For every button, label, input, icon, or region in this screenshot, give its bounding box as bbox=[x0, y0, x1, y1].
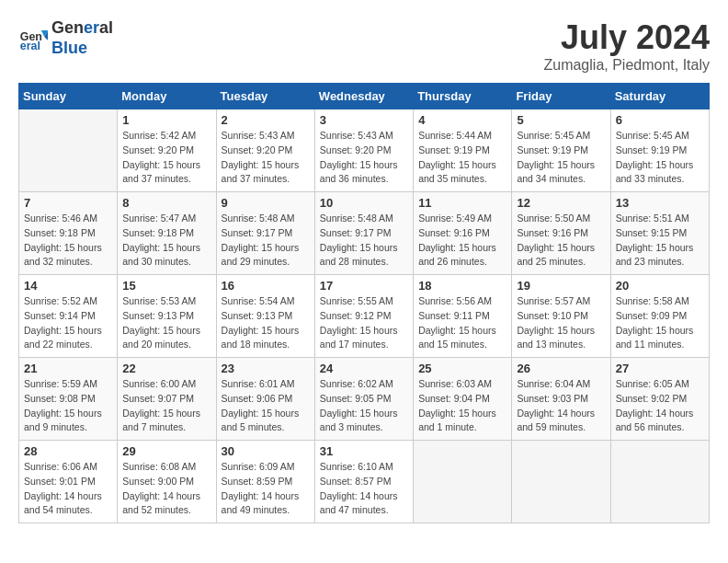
day-number: 7 bbox=[24, 196, 112, 210]
day-info: Sunrise: 5:47 AM Sunset: 9:18 PM Dayligh… bbox=[122, 212, 210, 270]
day-number: 12 bbox=[517, 196, 605, 210]
day-info: Sunrise: 6:06 AM Sunset: 9:01 PM Dayligh… bbox=[24, 460, 112, 518]
day-info: Sunrise: 5:54 AM Sunset: 9:13 PM Dayligh… bbox=[222, 294, 310, 352]
weekday-header: Saturday bbox=[610, 84, 709, 109]
day-number: 21 bbox=[24, 362, 112, 375]
calendar-cell: 23Sunrise: 6:01 AM Sunset: 9:06 PM Dayli… bbox=[216, 358, 314, 441]
day-number: 17 bbox=[320, 279, 408, 293]
day-number: 13 bbox=[616, 196, 704, 210]
day-number: 8 bbox=[122, 196, 210, 210]
day-info: Sunrise: 6:04 AM Sunset: 9:03 PM Dayligh… bbox=[517, 377, 605, 435]
day-number: 2 bbox=[222, 113, 310, 127]
weekday-header: Tuesday bbox=[216, 84, 314, 109]
day-number: 27 bbox=[616, 362, 704, 375]
day-number: 4 bbox=[418, 113, 506, 127]
weekday-header: Wednesday bbox=[314, 84, 413, 109]
day-number: 3 bbox=[320, 113, 408, 127]
calendar-cell: 14Sunrise: 5:52 AM Sunset: 9:14 PM Dayli… bbox=[19, 275, 118, 358]
day-info: Sunrise: 5:48 AM Sunset: 9:17 PM Dayligh… bbox=[222, 212, 310, 270]
day-info: Sunrise: 6:02 AM Sunset: 9:05 PM Dayligh… bbox=[320, 377, 408, 435]
location-subtitle: Zumaglia, Piedmont, Italy bbox=[543, 57, 710, 74]
calendar-cell: 30Sunrise: 6:09 AM Sunset: 8:59 PM Dayli… bbox=[216, 441, 314, 523]
day-info: Sunrise: 5:56 AM Sunset: 9:11 PM Dayligh… bbox=[418, 294, 506, 352]
day-number: 16 bbox=[222, 279, 310, 293]
calendar-table: SundayMondayTuesdayWednesdayThursdayFrid… bbox=[18, 83, 710, 523]
day-number: 1 bbox=[122, 113, 210, 127]
calendar-cell: 20Sunrise: 5:58 AM Sunset: 9:09 PM Dayli… bbox=[610, 275, 709, 358]
svg-text:eral: eral bbox=[20, 40, 40, 52]
calendar-cell bbox=[19, 109, 118, 192]
calendar-cell: 31Sunrise: 6:10 AM Sunset: 8:57 PM Dayli… bbox=[314, 441, 413, 523]
calendar-cell: 19Sunrise: 5:57 AM Sunset: 9:10 PM Dayli… bbox=[512, 275, 610, 358]
calendar-cell: 26Sunrise: 6:04 AM Sunset: 9:03 PM Dayli… bbox=[512, 358, 610, 441]
day-number: 31 bbox=[320, 444, 408, 458]
calendar-cell: 6Sunrise: 5:45 AM Sunset: 9:19 PM Daylig… bbox=[610, 109, 709, 192]
calendar-cell: 5Sunrise: 5:45 AM Sunset: 9:19 PM Daylig… bbox=[512, 109, 610, 192]
day-info: Sunrise: 5:43 AM Sunset: 9:20 PM Dayligh… bbox=[222, 129, 310, 187]
calendar-cell: 18Sunrise: 5:56 AM Sunset: 9:11 PM Dayli… bbox=[414, 275, 512, 358]
weekday-header: Thursday bbox=[414, 84, 512, 109]
day-info: Sunrise: 5:45 AM Sunset: 9:19 PM Dayligh… bbox=[616, 129, 704, 187]
day-info: Sunrise: 5:45 AM Sunset: 9:19 PM Dayligh… bbox=[517, 129, 605, 187]
day-info: Sunrise: 5:43 AM Sunset: 9:20 PM Dayligh… bbox=[320, 129, 408, 187]
calendar-week-row: 1Sunrise: 5:42 AM Sunset: 9:20 PM Daylig… bbox=[19, 109, 710, 192]
day-number: 28 bbox=[24, 444, 112, 458]
calendar-cell: 3Sunrise: 5:43 AM Sunset: 9:20 PM Daylig… bbox=[314, 109, 413, 192]
day-info: Sunrise: 5:42 AM Sunset: 9:20 PM Dayligh… bbox=[122, 129, 210, 187]
calendar-cell: 13Sunrise: 5:51 AM Sunset: 9:15 PM Dayli… bbox=[610, 192, 709, 275]
day-info: Sunrise: 5:51 AM Sunset: 9:15 PM Dayligh… bbox=[616, 212, 704, 270]
day-info: Sunrise: 5:59 AM Sunset: 9:08 PM Dayligh… bbox=[24, 377, 112, 435]
day-info: Sunrise: 5:58 AM Sunset: 9:09 PM Dayligh… bbox=[616, 294, 704, 352]
logo: Gen eral General Blue bbox=[18, 18, 113, 58]
calendar-cell: 10Sunrise: 5:48 AM Sunset: 9:17 PM Dayli… bbox=[314, 192, 413, 275]
calendar-cell: 7Sunrise: 5:46 AM Sunset: 9:18 PM Daylig… bbox=[19, 192, 118, 275]
day-info: Sunrise: 5:57 AM Sunset: 9:10 PM Dayligh… bbox=[517, 294, 605, 352]
day-info: Sunrise: 6:01 AM Sunset: 9:06 PM Dayligh… bbox=[222, 377, 310, 435]
day-number: 10 bbox=[320, 196, 408, 210]
day-info: Sunrise: 5:55 AM Sunset: 9:12 PM Dayligh… bbox=[320, 294, 408, 352]
day-number: 11 bbox=[418, 196, 506, 210]
weekday-header: Sunday bbox=[19, 84, 118, 109]
day-info: Sunrise: 5:52 AM Sunset: 9:14 PM Dayligh… bbox=[24, 294, 112, 352]
calendar-cell: 17Sunrise: 5:55 AM Sunset: 9:12 PM Dayli… bbox=[314, 275, 413, 358]
day-info: Sunrise: 5:49 AM Sunset: 9:16 PM Dayligh… bbox=[418, 212, 506, 270]
calendar-week-row: 14Sunrise: 5:52 AM Sunset: 9:14 PM Dayli… bbox=[19, 275, 710, 358]
day-number: 23 bbox=[222, 362, 310, 375]
calendar-week-row: 7Sunrise: 5:46 AM Sunset: 9:18 PM Daylig… bbox=[19, 192, 710, 275]
day-number: 19 bbox=[517, 279, 605, 293]
month-year-title: July 2024 bbox=[543, 18, 710, 57]
calendar-cell: 9Sunrise: 5:48 AM Sunset: 9:17 PM Daylig… bbox=[216, 192, 314, 275]
calendar-cell: 16Sunrise: 5:54 AM Sunset: 9:13 PM Dayli… bbox=[216, 275, 314, 358]
day-info: Sunrise: 6:03 AM Sunset: 9:04 PM Dayligh… bbox=[418, 377, 506, 435]
day-number: 30 bbox=[222, 444, 310, 458]
title-block: July 2024 Zumaglia, Piedmont, Italy bbox=[543, 18, 710, 74]
page-header: Gen eral General Blue July 2024 Zumaglia… bbox=[18, 18, 710, 74]
calendar-cell: 12Sunrise: 5:50 AM Sunset: 9:16 PM Dayli… bbox=[512, 192, 610, 275]
day-info: Sunrise: 5:46 AM Sunset: 9:18 PM Dayligh… bbox=[24, 212, 112, 270]
calendar-cell: 28Sunrise: 6:06 AM Sunset: 9:01 PM Dayli… bbox=[19, 441, 118, 523]
calendar-cell bbox=[512, 441, 610, 523]
weekday-header: Monday bbox=[118, 84, 216, 109]
day-number: 18 bbox=[418, 279, 506, 293]
day-info: Sunrise: 5:44 AM Sunset: 9:19 PM Dayligh… bbox=[418, 129, 506, 187]
calendar-cell: 21Sunrise: 5:59 AM Sunset: 9:08 PM Dayli… bbox=[19, 358, 118, 441]
day-number: 6 bbox=[616, 113, 704, 127]
day-number: 5 bbox=[517, 113, 605, 127]
calendar-cell: 15Sunrise: 5:53 AM Sunset: 9:13 PM Dayli… bbox=[118, 275, 216, 358]
day-number: 26 bbox=[517, 362, 605, 375]
day-info: Sunrise: 6:09 AM Sunset: 8:59 PM Dayligh… bbox=[222, 460, 310, 518]
calendar-cell bbox=[610, 441, 709, 523]
calendar-cell: 22Sunrise: 6:00 AM Sunset: 9:07 PM Dayli… bbox=[118, 358, 216, 441]
calendar-cell: 4Sunrise: 5:44 AM Sunset: 9:19 PM Daylig… bbox=[414, 109, 512, 192]
calendar-cell: 29Sunrise: 6:08 AM Sunset: 9:00 PM Dayli… bbox=[118, 441, 216, 523]
weekday-header-row: SundayMondayTuesdayWednesdayThursdayFrid… bbox=[19, 84, 710, 109]
day-info: Sunrise: 6:00 AM Sunset: 9:07 PM Dayligh… bbox=[122, 377, 210, 435]
day-number: 14 bbox=[24, 279, 112, 293]
logo-text: General Blue bbox=[51, 18, 113, 58]
calendar-cell: 25Sunrise: 6:03 AM Sunset: 9:04 PM Dayli… bbox=[414, 358, 512, 441]
calendar-cell: 2Sunrise: 5:43 AM Sunset: 9:20 PM Daylig… bbox=[216, 109, 314, 192]
day-number: 29 bbox=[122, 444, 210, 458]
calendar-cell: 24Sunrise: 6:02 AM Sunset: 9:05 PM Dayli… bbox=[314, 358, 413, 441]
weekday-header: Friday bbox=[512, 84, 610, 109]
day-number: 9 bbox=[222, 196, 310, 210]
